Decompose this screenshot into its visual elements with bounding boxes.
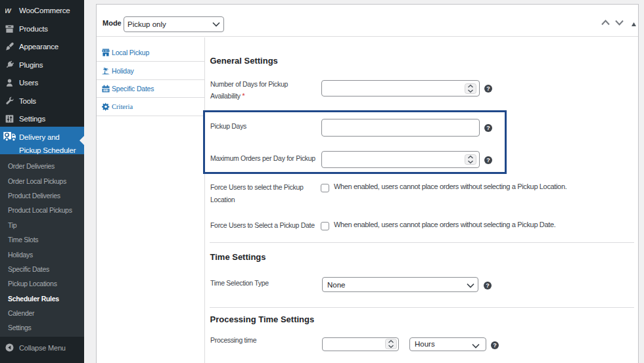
svg-text:?: ? — [486, 157, 490, 163]
svg-text:?: ? — [486, 282, 490, 289]
svg-text:?: ? — [486, 85, 490, 92]
svg-text:w: w — [5, 6, 12, 15]
svg-text:?: ? — [493, 342, 497, 349]
svg-text:?: ? — [486, 125, 490, 131]
